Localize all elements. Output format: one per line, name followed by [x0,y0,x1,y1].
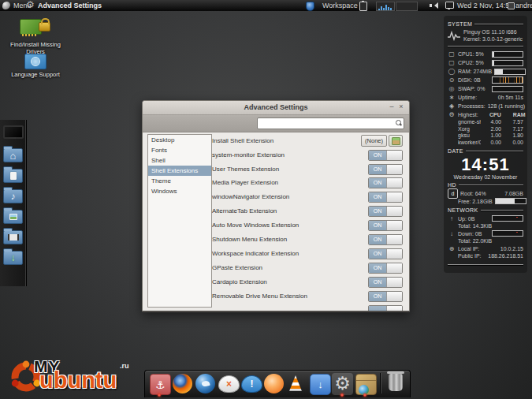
desktop-icon-label: Language Support [6,72,65,79]
dock-item-firefox[interactable] [172,373,193,395]
extension-row-partial [212,304,403,311]
toggle-switch[interactable] [368,305,403,311]
conky-section-system: SYSTEM [448,21,523,27]
kernel-version: Kernel: 3.0.0-12-generic [463,35,523,43]
titlebar[interactable]: Advanced Settings – × [143,101,409,115]
toggle-switch[interactable]: ON [368,150,403,161]
uptime-label: Uptime: [458,95,496,100]
extension-row: windowNavigator ExtensionON [212,191,403,203]
extension-row: Cardapio ExtensionON [212,276,403,288]
firefox-icon [173,374,192,393]
desktop-icon-language[interactable]: Language Support [6,54,65,79]
focused-app-title[interactable]: Advanced Settings [38,0,102,11]
extension-row: Shutdown Menu ExtensionON [212,233,403,245]
toggle-switch[interactable]: ON [368,192,403,203]
software-box-icon [355,374,377,395]
search-input[interactable] [257,117,404,129]
processes-value: 128 (1 running) [488,103,525,109]
net-down-total: Total: 22.0KiB [458,237,523,244]
pictures-folder-icon[interactable] [3,210,23,224]
sidebar-item-shell[interactable]: Shell [148,155,211,166]
download-arrow-icon: ↓ [448,230,456,237]
download-graph [492,230,523,237]
extension-row: Auto Move Windows ExtensionON [212,219,403,231]
left-dock [0,120,27,286]
toggle-switch[interactable]: ON [368,164,403,175]
disk-meter: DISK: 0B [458,77,489,83]
updates-shield-icon[interactable] [306,2,314,11]
date-text: Wednesday 02 November [448,174,523,180]
search-toolbar [143,115,409,132]
close-button[interactable]: × [396,101,406,114]
watermark-ubuntu: ubuntu [39,367,117,393]
memory-graph-applet[interactable] [396,2,418,11]
sidebar-item-fonts[interactable]: Fonts [148,145,211,155]
documents-folder-icon[interactable] [3,169,23,183]
swap-meter: SWAP: 0% [458,86,489,91]
cpu2-meter: CPU2: 5% [458,60,489,65]
install-package-button[interactable] [389,135,403,147]
volume-icon[interactable] [430,2,437,9]
clipboard-icon[interactable] [359,2,367,11]
extension-row: Media Player ExtensionON [212,177,403,188]
dock-item-shotwell[interactable] [263,373,285,395]
home-folder-icon[interactable] [3,148,23,162]
workspace-indicator[interactable]: Workspace 1 [322,0,363,11]
dock-item-anchor[interactable] [149,373,170,395]
sidebar-item-desktop[interactable]: Desktop [148,135,211,145]
computer-icon[interactable] [3,125,24,139]
app-gear-icon [26,0,36,9]
running-indicator [158,393,161,397]
file-chooser-button[interactable]: (None) [361,135,387,147]
sidebar-item-theme[interactable]: Theme [148,176,211,186]
net-up-total: Total: 14.3KiB [458,222,523,229]
dock-item-chat[interactable] [218,373,239,395]
clock[interactable]: Wed 2 Nov, 14:51 [457,0,513,11]
cpu-graph-applet[interactable] [376,2,395,11]
net-down: Down: 0B [458,230,489,237]
dock-item-vlc[interactable] [286,373,307,395]
toggle-switch[interactable]: ON [368,277,403,288]
minimize-button[interactable]: – [387,101,396,114]
user-status-icon [508,2,515,9]
dock-item-downloader[interactable] [309,373,330,395]
dock-item-software[interactable] [355,373,376,395]
music-folder-icon[interactable] [3,189,23,203]
running-indicator [340,393,344,397]
process-row: gnome-shell4.007.57 [448,119,523,126]
dock-item-trash[interactable] [385,373,406,395]
orange-icon [264,374,284,393]
toggle-switch[interactable]: ON [368,248,403,259]
user-menu[interactable]: andrei [515,0,532,11]
toggle-switch[interactable]: ON [368,206,403,217]
sidebar-item-windows[interactable]: Windows [148,186,211,196]
extension-row: User Themes ExtensionON [212,163,403,175]
dock-item-settings[interactable] [332,373,353,395]
process-row: gksu1.001.80 [448,132,523,140]
display-icon[interactable] [445,2,454,9]
extension-row: Removable Drive Menu ExtensionON [212,290,403,302]
process-row: Xorg2.007.17 [448,126,523,133]
public-ip-label: Public IP: [458,253,485,259]
dock-item-messenger[interactable] [240,373,262,395]
chat-bubble-x-icon [218,375,240,393]
downloads-folder-icon[interactable] [3,251,23,265]
distro-logo-icon[interactable] [2,2,10,9]
hd-size: 7.08GB [504,191,523,196]
disk-io-graph [492,76,523,84]
videos-folder-icon[interactable] [3,230,23,244]
dock-item-thunderbird[interactable] [195,373,216,395]
os-name: Pinguy OS 11.10 i686 [463,28,523,35]
toggle-switch[interactable]: ON [368,234,403,245]
toggle-switch[interactable]: ON [368,263,403,274]
toggle-switch[interactable]: ON [368,291,403,302]
process-row: kworker/0:00.000.00 [448,140,523,147]
toggle-switch[interactable]: ON [368,177,403,188]
desktop-icon-drivers[interactable]: Find/Install Missing Drivers [6,16,65,55]
upload-graph [492,215,523,222]
highest-label: Highest: [458,112,478,117]
hd-root: Root: 64% [460,191,502,196]
hd-free: Free: 2.18GiB [458,199,493,204]
toggle-switch[interactable]: ON [368,220,403,231]
sidebar-item-shell-extensions[interactable]: Shell Extensions [148,166,211,176]
